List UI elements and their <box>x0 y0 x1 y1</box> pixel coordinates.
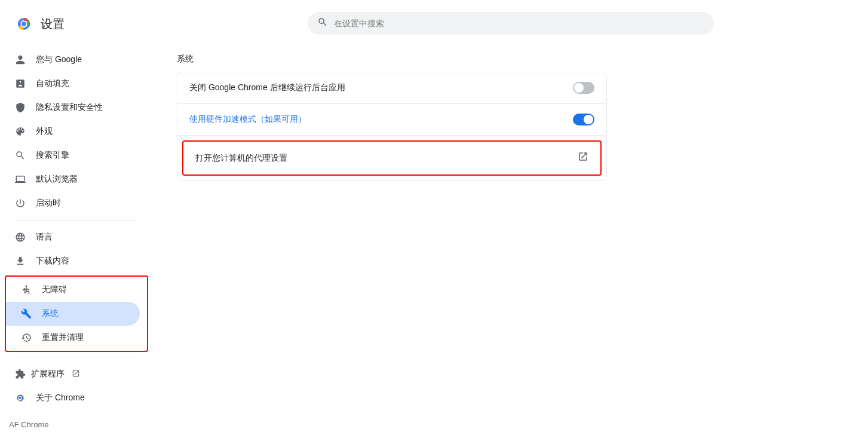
settings-card: 关闭 Google Chrome 后继续运行后台应用 使用硬件加速模式（如果可用… <box>177 72 607 181</box>
sidebar-item-label-extensions: 扩展程序 <box>31 369 65 379</box>
search-bar <box>308 12 714 35</box>
svg-point-4 <box>22 22 26 26</box>
sidebar-item-label-reset: 重置并清理 <box>42 332 84 343</box>
sidebar-item-label-language: 语言 <box>36 232 53 243</box>
globe-icon <box>14 231 26 243</box>
footer-label: AF Chrome <box>9 420 48 429</box>
sidebar-item-reset[interactable]: 重置并清理 <box>6 326 140 350</box>
sidebar-item-label-search: 搜索引擎 <box>36 150 69 161</box>
divider-1 <box>14 220 139 220</box>
sidebar-item-label-you-google: 您与 Google <box>36 54 82 65</box>
sidebar-item-you-google[interactable]: 您与 Google <box>0 48 146 72</box>
toggle-thumb-off <box>574 83 584 93</box>
hardware-accel-label: 使用硬件加速模式（如果可用） <box>189 114 306 125</box>
proxy-external-link-icon <box>578 151 588 165</box>
toggle-track-off <box>573 82 594 94</box>
sidebar-item-label-startup: 启动时 <box>36 198 61 209</box>
settings-row-hardware-accel: 使用硬件加速模式（如果可用） <box>177 104 606 136</box>
settings-row-proxy[interactable]: 打开您计算机的代理设置 <box>183 142 600 174</box>
shield-icon <box>14 102 26 114</box>
sidebar-item-label-browser: 默认浏览器 <box>36 174 78 185</box>
toggle-track-on <box>573 114 594 125</box>
wrench-icon <box>20 308 32 320</box>
sidebar-item-label-download: 下载内容 <box>36 256 69 267</box>
chrome-logo-icon <box>14 14 33 33</box>
settings-row-background-apps: 关闭 Google Chrome 后继续运行后台应用 <box>177 72 606 104</box>
search-input[interactable] <box>334 19 704 28</box>
main-content: 系统 关闭 Google Chrome 后继续运行后台应用 使用硬件加速模式（如… <box>153 0 868 441</box>
sidebar-item-about[interactable]: 关于 Chrome <box>0 386 146 410</box>
sidebar-highlight-box: 无障碍 系统 重置并清理 <box>5 275 148 352</box>
sidebar-item-label-autofill: 自动填充 <box>36 78 69 89</box>
history-icon <box>20 332 32 344</box>
monitor-icon <box>14 173 26 185</box>
palette-icon <box>14 125 26 137</box>
toggle-thumb-on <box>584 115 593 124</box>
svg-point-8 <box>19 397 22 399</box>
search-bar-icon <box>317 17 328 30</box>
sidebar: 设置 您与 Google 自动填充 隐私设置和安全性 外观 <box>0 0 153 441</box>
search-sidebar-icon <box>14 149 26 161</box>
background-apps-label: 关闭 Google Chrome 后继续运行后台应用 <box>189 82 345 93</box>
sidebar-item-language[interactable]: 语言 <box>0 225 146 249</box>
sidebar-item-label-system: 系统 <box>42 308 59 319</box>
sidebar-item-browser[interactable]: 默认浏览器 <box>0 167 146 191</box>
sidebar-item-extensions[interactable]: 扩展程序 <box>0 362 146 386</box>
section-title: 系统 <box>177 54 844 65</box>
sidebar-item-label-accessibility: 无障碍 <box>42 284 67 295</box>
sidebar-item-system[interactable]: 系统 <box>6 302 140 326</box>
sidebar-item-label-appearance: 外观 <box>36 126 53 137</box>
page-title: 设置 <box>41 16 65 32</box>
puzzle-icon <box>14 368 26 380</box>
accessibility-icon <box>20 284 32 296</box>
sidebar-item-accessibility[interactable]: 无障碍 <box>6 278 140 302</box>
proxy-row-highlight: 打开您计算机的代理设置 <box>182 140 602 176</box>
search-bar-container <box>177 12 844 35</box>
sidebar-item-label-privacy: 隐私设置和安全性 <box>36 102 103 113</box>
assignment-icon <box>14 78 26 90</box>
person-icon <box>14 54 26 66</box>
divider-2 <box>14 357 139 357</box>
svg-point-5 <box>26 286 27 287</box>
sidebar-item-autofill[interactable]: 自动填充 <box>0 72 146 96</box>
sidebar-item-label-about: 关于 Chrome <box>36 393 85 403</box>
external-link-small-icon <box>72 369 80 379</box>
power-icon <box>14 197 26 209</box>
download-icon <box>14 255 26 267</box>
sidebar-header: 设置 <box>0 10 153 48</box>
sidebar-item-download[interactable]: 下载内容 <box>0 249 146 273</box>
proxy-label: 打开您计算机的代理设置 <box>195 153 287 164</box>
sidebar-item-appearance[interactable]: 外观 <box>0 120 146 143</box>
sidebar-item-privacy[interactable]: 隐私设置和安全性 <box>0 96 146 120</box>
hardware-accel-toggle[interactable] <box>573 114 594 125</box>
about-chrome-icon <box>14 392 26 404</box>
sidebar-item-startup[interactable]: 启动时 <box>0 191 146 215</box>
background-apps-toggle[interactable] <box>573 82 594 94</box>
sidebar-item-search[interactable]: 搜索引擎 <box>0 143 146 167</box>
